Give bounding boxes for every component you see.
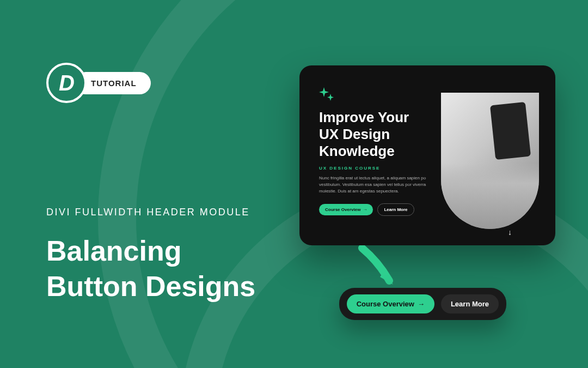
sparkle-icon bbox=[319, 87, 334, 102]
device-primary-button[interactable]: Course Overview → bbox=[319, 204, 373, 215]
scroll-down-icon: ↓ bbox=[508, 228, 512, 237]
arrow-right-icon: → bbox=[363, 207, 367, 212]
device-title: Improve Your UX Design Knowledge bbox=[319, 109, 428, 160]
arrow-right-icon: → bbox=[418, 300, 425, 308]
device-subhead: UX DESIGN COURSE bbox=[319, 166, 428, 171]
callout-secondary-button[interactable]: Learn More bbox=[441, 294, 499, 313]
callout-primary-button[interactable]: Course Overview → bbox=[347, 294, 434, 313]
eyebrow-text: DIVI FULLWIDTH HEADER MODULE bbox=[46, 207, 275, 218]
headline-line2: Button Designs bbox=[46, 269, 275, 304]
device-body-text: Nunc fringilla erat ut lectus aliquet, a… bbox=[319, 175, 428, 195]
badge-row: D TUTORIAL bbox=[46, 63, 275, 103]
device-button-row: Course Overview → Learn More bbox=[319, 203, 428, 216]
headline-line1: Balancing bbox=[46, 233, 275, 269]
device-secondary-button[interactable]: Learn More bbox=[377, 203, 414, 216]
callout-button-panel: Course Overview → Learn More bbox=[339, 288, 506, 320]
divi-logo-letter: D bbox=[59, 71, 74, 95]
annotation-arrow-icon bbox=[354, 245, 403, 294]
device-hero-image bbox=[441, 93, 539, 229]
left-column: D TUTORIAL DIVI FULLWIDTH HEADER MODULE … bbox=[46, 63, 275, 304]
divi-logo-circle: D bbox=[46, 63, 87, 103]
headline: Balancing Button Designs bbox=[46, 233, 275, 304]
device-mockup: Improve Your UX Design Knowledge UX DESI… bbox=[299, 65, 555, 245]
